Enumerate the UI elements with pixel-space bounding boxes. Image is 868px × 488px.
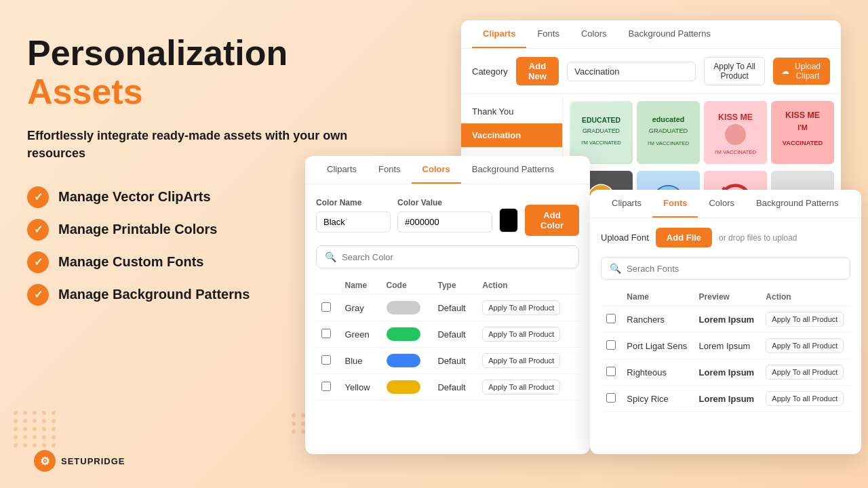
- fonts-tabs: Cliparts Fonts Colors Background Pattern…: [590, 190, 861, 218]
- color-name-input[interactable]: [316, 211, 391, 232]
- row-checkbox-spicyrice[interactable]: [606, 393, 616, 403]
- row-checkbox-green[interactable]: [321, 329, 331, 338]
- color-type-blue: Default: [432, 348, 477, 374]
- row-checkbox-yellow[interactable]: [321, 382, 331, 391]
- fonts-search-bar: 🔍: [601, 257, 850, 280]
- font-name-portligat: Port Ligat Sens: [621, 333, 693, 359]
- tab-bg-colors-win[interactable]: Background Patterns: [461, 156, 565, 184]
- drop-text: or drop files to upload: [719, 233, 797, 243]
- clipart-thumb-3[interactable]: KISS ME I'M VACCINATED: [704, 101, 767, 164]
- color-type-yellow: Default: [432, 374, 477, 401]
- clipart-thumb-4[interactable]: KISS ME I'M VACCINATED: [771, 101, 834, 164]
- apply-portligat-button[interactable]: Apply To all Product: [766, 338, 844, 353]
- apply-righteous-button[interactable]: Apply To all Product: [766, 365, 844, 380]
- color-name-green: Green: [340, 321, 381, 348]
- table-row: Righteous Lorem Ipsum Apply To all Produ…: [601, 359, 850, 386]
- check-icon-1: [27, 186, 49, 208]
- cat-item-thankyou[interactable]: Thank You: [461, 100, 562, 123]
- fonts-content: Upload Font Add File or drop files to up…: [590, 218, 861, 422]
- color-name-yellow: Yellow: [340, 374, 381, 401]
- clipart-thumb-1[interactable]: EDUCATED GRADUATED I'M VACCINATED: [570, 101, 633, 164]
- clipart-thumb-2[interactable]: educated GRADUATED I'M VACCINATED: [637, 101, 700, 164]
- check-icon-4: [27, 284, 49, 306]
- svg-text:EDUCATED: EDUCATED: [582, 117, 620, 124]
- upload-icon: ☁: [781, 66, 789, 76]
- tab-cliparts-fonts-win[interactable]: Cliparts: [601, 190, 652, 218]
- upload-clipart-button[interactable]: ☁ Upload Clipart: [773, 58, 830, 85]
- tab-bg-fonts-win[interactable]: Background Patterns: [745, 190, 849, 218]
- svg-text:I'M VACCINATED: I'M VACCINATED: [648, 140, 689, 146]
- apply-spicyrice-button[interactable]: Apply To all Product: [766, 391, 844, 406]
- add-color-button[interactable]: Add Color: [525, 205, 579, 236]
- col-code: Code: [381, 277, 433, 295]
- fonts-col-checkbox: [601, 288, 621, 306]
- font-name-ranchers: Ranchers: [621, 306, 693, 333]
- svg-text:KISS ME: KISS ME: [718, 113, 753, 122]
- font-preview-spicyrice: Lorem Ipsum: [694, 386, 761, 412]
- color-value-label: Color Value: [397, 198, 492, 207]
- upload-label: Upload Clipart: [793, 62, 822, 81]
- table-row: Port Ligat Sens Lorem Ipsum Apply To all…: [601, 333, 850, 359]
- row-checkbox-righteous[interactable]: [606, 367, 616, 376]
- cat-item-vaccination[interactable]: Vaccination: [461, 123, 562, 147]
- color-type-green: Default: [432, 321, 477, 348]
- colors-tabs: Cliparts Fonts Colors Background Pattern…: [305, 156, 590, 184]
- category-label: Category: [472, 66, 508, 77]
- col-checkbox: [316, 277, 340, 295]
- fonts-search-input[interactable]: [627, 264, 842, 274]
- row-checkbox-ranchers[interactable]: [606, 314, 616, 323]
- add-new-button[interactable]: Add New: [516, 57, 559, 85]
- color-type-gray: Default: [432, 295, 477, 321]
- tab-cliparts[interactable]: Cliparts: [472, 20, 526, 48]
- tab-colors-cliparts-win[interactable]: Colors: [570, 20, 618, 48]
- tab-colors-colors-win[interactable]: Colors: [412, 156, 461, 184]
- feature-text-3: Manage Custom Fonts: [58, 254, 203, 270]
- color-search-input[interactable]: [342, 252, 570, 262]
- font-name-spicyrice: Spicy Rice: [621, 386, 693, 412]
- tab-bg-cliparts-win[interactable]: Background Patterns: [618, 20, 722, 48]
- color-pill-gray: [387, 301, 420, 314]
- vaccination-input[interactable]: [567, 62, 696, 81]
- fonts-window: Cliparts Fonts Colors Background Pattern…: [590, 190, 861, 454]
- font-preview-portligat: Lorem Ipsum: [694, 333, 761, 359]
- apply-green-button[interactable]: Apply To all Product: [482, 327, 560, 342]
- colors-table: Name Code Type Action Gray Default Apply…: [316, 277, 579, 401]
- table-row: Blue Default Apply To all Product: [316, 348, 579, 374]
- tab-fonts-fonts-win[interactable]: Fonts: [652, 190, 698, 218]
- colors-window: Cliparts Fonts Colors Background Pattern…: [305, 156, 590, 454]
- row-checkbox-gray[interactable]: [321, 302, 331, 312]
- table-row: Ranchers Lorem Ipsum Apply To all Produc…: [601, 306, 850, 333]
- color-pill-green: [387, 327, 420, 341]
- color-pill-yellow: [387, 380, 420, 394]
- row-checkbox-blue[interactable]: [321, 355, 331, 365]
- logo: ⚙ SETUPRIDGE: [34, 450, 125, 472]
- tab-fonts-colors-win[interactable]: Fonts: [368, 156, 412, 184]
- fonts-search-icon: 🔍: [610, 263, 621, 274]
- color-value-group: Color Value: [397, 198, 492, 232]
- table-row: Spicy Rice Lorem Ipsum Apply To all Prod…: [601, 386, 850, 412]
- color-name-label: Color Name: [316, 198, 391, 207]
- svg-text:I'M: I'M: [797, 123, 808, 131]
- apply-blue-button[interactable]: Apply To all Product: [482, 353, 560, 368]
- add-file-button[interactable]: Add File: [656, 228, 712, 247]
- logo-icon: ⚙: [34, 450, 56, 472]
- tab-cliparts-colors-win[interactable]: Cliparts: [316, 156, 368, 184]
- fonts-col-action: Action: [760, 288, 850, 306]
- apply-all-button[interactable]: Apply To All Product: [704, 57, 765, 85]
- svg-text:KISS ME: KISS ME: [785, 110, 820, 120]
- tab-colors-fonts-win[interactable]: Colors: [698, 190, 745, 218]
- svg-text:educated: educated: [652, 115, 685, 123]
- check-icon-3: [27, 251, 49, 273]
- color-form-row: Color Name Color Value Add Color: [316, 194, 579, 236]
- apply-ranchers-button[interactable]: Apply To all Product: [766, 312, 844, 327]
- color-swatch[interactable]: [499, 208, 518, 232]
- apply-gray-button[interactable]: Apply To all Product: [482, 300, 560, 315]
- upload-font-label: Upload Font: [601, 232, 649, 243]
- color-value-input[interactable]: [397, 211, 492, 232]
- font-name-righteous: Righteous: [621, 359, 693, 386]
- decorative-dots-bottom-left: [14, 411, 57, 447]
- colors-content: Color Name Color Value Add Color 🔍 Name …: [305, 184, 590, 410]
- apply-yellow-button[interactable]: Apply To all Product: [482, 380, 560, 394]
- tab-fonts-cliparts-win[interactable]: Fonts: [526, 20, 570, 48]
- row-checkbox-portligat[interactable]: [606, 340, 616, 350]
